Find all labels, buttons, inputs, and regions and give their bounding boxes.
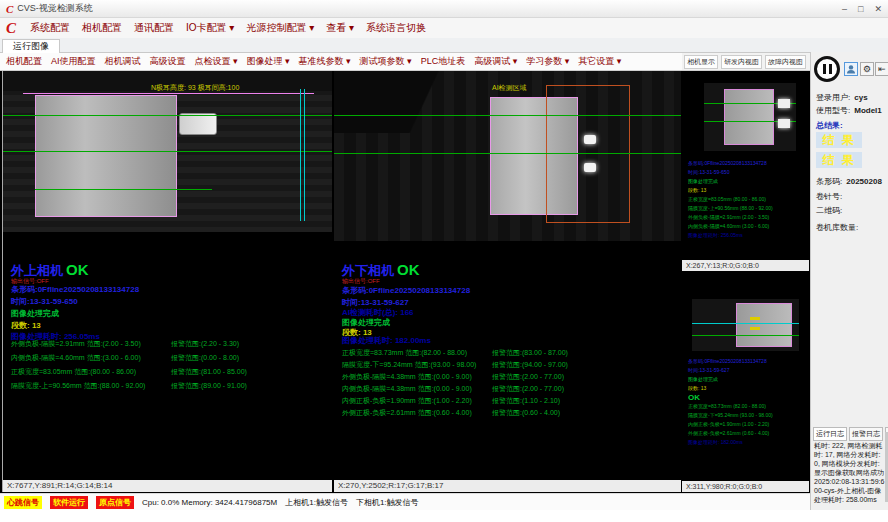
ai-area-note: AI检测区域 (492, 83, 527, 93)
log-tabs: 运行日志 报警日志 错误日志 (813, 427, 888, 441)
cyan-guide-line (692, 323, 799, 324)
camera-view-outer-upper[interactable]: N极耳高度: 93 极耳间高:100 外上相机OK 输出信号:OFF 条形码:0… (2, 71, 332, 492)
settings-button[interactable]: ⚙ (860, 62, 874, 76)
alarm-range: 报警范围:(89.00 - 91.00) (171, 381, 247, 391)
software-running-badge: 软件运行 (50, 496, 88, 509)
tool-camera-config[interactable]: 相机配置 (6, 55, 42, 68)
tool-test-params[interactable]: 测试项参数 ▾ (360, 55, 412, 68)
tool-camera-debug[interactable]: 相机调试 (105, 55, 141, 68)
thumb-text-block: 条形码:0Ffline20250208133134728 时间:13-31-59… (688, 357, 773, 447)
alarm-range: 报警范围:(81.00 - 85.00) (171, 367, 247, 377)
thumb-text-row: 内侧负极-隔膜=4.60mm (3.00 - 6.00) (688, 222, 773, 231)
tool-plc-address[interactable]: PLC地址表 (421, 55, 466, 68)
thumb-text-row: 隔膜宽度-上=90.56mm (88.00 - 92.00) (688, 204, 773, 213)
thumb-text-row: 条形码:0Ffline20250208133134728 (688, 159, 773, 168)
tab-fault-view[interactable]: 故障内视图 (765, 55, 806, 69)
exit-button[interactable]: ⇤ (875, 62, 888, 76)
brand-logo-icon: C (6, 20, 16, 37)
tool-image-processing[interactable]: 图像处理 ▾ (247, 55, 290, 68)
thumb-text-block: 条形码:0Ffline20250208133134728 时间:13-31-59… (688, 159, 773, 240)
tool-spot-check[interactable]: 点检设置 ▾ (195, 55, 238, 68)
thumb-text-row: 图像处理完成 (688, 177, 773, 186)
tool-baseline-params[interactable]: 基准线参数 ▾ (299, 55, 351, 68)
tab-run-image[interactable]: 运行图像 (2, 39, 60, 53)
tool-ai-use-config[interactable]: AI使用配置 (51, 55, 96, 68)
user-login-button[interactable] (844, 62, 858, 76)
measurement-text: 隔膜宽度-下=95.24mm 范围:(93.00 - 98.00) (342, 360, 476, 370)
pixel-coords-readout: X:7677,Y:891;R:14;G:14;B:14 (3, 480, 332, 492)
tool-advanced-settings[interactable]: 高级设置 (150, 55, 186, 68)
tool-advanced-debug[interactable]: 高级调试 ▾ (474, 55, 517, 68)
thumb-view-inner-upper[interactable]: 条形码:0Ffline20250208133134728 时间:13-31-59… (682, 71, 809, 271)
thumb-text-row: 正极宽度=83.73mm (82.00 - 88.00) (688, 402, 773, 411)
alarm-range: 报警范围:(1.10 - 2.10) (492, 396, 560, 406)
camera-title: 外上相机 (11, 263, 63, 278)
menu-camera-config[interactable]: 相机配置 (82, 21, 122, 35)
thumb-view-inner-lower[interactable]: 条形码:0Ffline20250208133134728 时间:13-31-59… (682, 273, 809, 492)
tab-alarm-log[interactable]: 报警日志 (849, 427, 883, 441)
magenta-guide-line (23, 93, 314, 94)
process-status: 图像处理完成 (11, 308, 59, 319)
result-ok-label: OK (66, 261, 89, 278)
pause-button[interactable] (814, 56, 840, 82)
alarm-range: 报警范围:(0.00 - 8.00) (171, 353, 239, 363)
electrode-block (724, 89, 774, 145)
qr-row: 二维码: (816, 205, 842, 216)
barcode-line: 条形码:0Ffline20250208133134728 (11, 284, 139, 295)
measurement-text: 正极宽度=83.05mm 范围:(80.00 - 86.00) (11, 367, 136, 377)
measurement-text: 正极宽度=83.73mm 范围:(82.00 - 88.00) (342, 348, 467, 358)
measurement-text: 内侧负极-隔膜=4.38mm 范围:(0.00 - 9.00) (342, 384, 472, 394)
tool-learning-params[interactable]: 学习参数 ▾ (526, 55, 569, 68)
thumb-text-row: 图像处理耗时: 256.05ms (688, 231, 773, 240)
pause-icon (823, 64, 826, 74)
electrode-block (35, 95, 177, 217)
thumb-ok-label: OK (688, 393, 773, 402)
menu-light-config[interactable]: 光源控制配置 ▾ (246, 21, 314, 35)
lower-camera-trigger: 下相机1:触发信号 (356, 497, 419, 508)
model-value: Model1 (850, 106, 882, 115)
tool-other-settings[interactable]: 其它设置 ▾ (578, 55, 621, 68)
lug-height-note: N极耳高度: 93 极耳间高:100 (151, 83, 239, 93)
result-badge-1: 结 果 (816, 132, 862, 148)
menu-language-switch[interactable]: 系统语言切换 (366, 21, 426, 35)
pause-icon (829, 64, 832, 74)
login-user-value: cys (850, 93, 867, 102)
maximize-button[interactable]: □ (858, 4, 863, 14)
tab-lug-blob (179, 113, 217, 135)
alarm-range: 报警范围:(83.00 - 87.00) (492, 348, 568, 358)
thumb-text-row: 时间:13-31-59-650 (688, 168, 773, 177)
menu-comm-config[interactable]: 通讯配置 (134, 21, 174, 35)
alarm-range: 报警范围:(2.00 - 77.00) (492, 372, 564, 382)
thumb-image (692, 299, 799, 351)
measurement-text: 外侧正极-负极=2.61mm 范围:(0.60 - 4.00) (342, 408, 472, 418)
tab-dev-view[interactable]: 研发内视图 (721, 55, 762, 69)
cable-shadow (334, 71, 484, 133)
measurement-text: 隔膜宽度-上=90.56mm 范围:(88.00 - 92.00) (11, 381, 145, 391)
tab-camera-display[interactable]: 相机显示 (684, 55, 718, 69)
menu-io-config[interactable]: IO卡配置 ▾ (186, 21, 234, 35)
menu-system-config[interactable]: 系统配置 (30, 21, 70, 35)
cyan-edge-lines (300, 89, 305, 221)
close-button[interactable]: ✕ (874, 4, 882, 14)
thumb-text-row: 图像处理耗时: 182.00ms (688, 438, 773, 447)
heartbeat-signal-badge: 心跳信号 (4, 496, 42, 509)
bright-spot (584, 135, 596, 144)
bright-spot (778, 99, 790, 108)
model-label: 使用型号: (816, 106, 850, 115)
minimize-button[interactable]: – (842, 4, 847, 14)
tab-run-log[interactable]: 运行日志 (813, 427, 847, 441)
gear-icon: ⚙ (863, 64, 871, 74)
segment-count: 段数: 13 (11, 320, 41, 331)
window-title: CVS-视觉检测系统 (17, 2, 93, 15)
alarm-range: 报警范围:(2.00 - 77.00) (492, 384, 564, 394)
login-user-label: 登录用户: (816, 93, 850, 102)
login-user-row: 登录用户:cys (816, 92, 868, 103)
total-result-label: 总结果: (816, 120, 843, 131)
camera-view-outer-lower[interactable]: AI检测区域 外下相机OK 输出信号:OFF 条形码:0Ffline202502… (334, 71, 681, 492)
toolbar: 相机配置 AI使用配置 相机调试 高级设置 点检设置 ▾ 图像处理 ▾ 基准线参… (0, 53, 682, 71)
stock-count-row: 卷机库数量: (816, 222, 858, 233)
right-panel: ⚙ ⇤ 登录用户:cys 使用型号:Model1 总结果: 结 果 结 果 条形… (810, 52, 888, 510)
menu-view[interactable]: 查看 ▾ (326, 21, 354, 35)
measurement-text: 外侧负极-隔膜=4.38mm 范围:(0.00 - 9.00) (342, 372, 472, 382)
pixel-coords-readout: X:270,Y:2502;R:17;G:17;B:17 (334, 480, 681, 492)
